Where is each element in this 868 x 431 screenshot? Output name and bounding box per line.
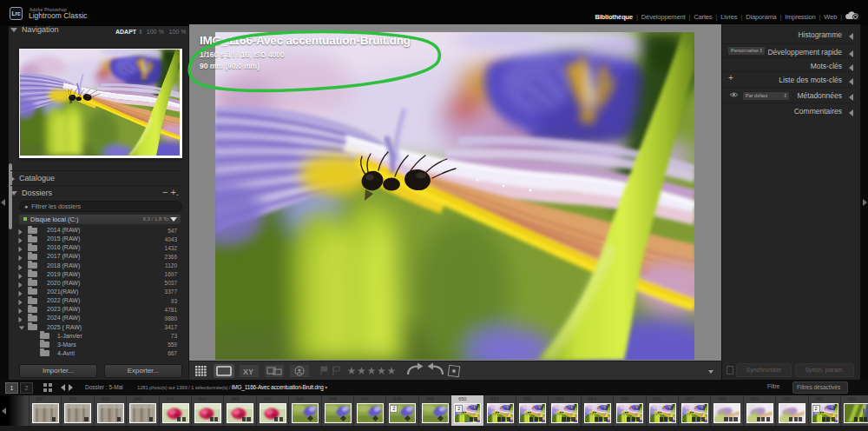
svg-text:XY: XY — [243, 368, 253, 376]
